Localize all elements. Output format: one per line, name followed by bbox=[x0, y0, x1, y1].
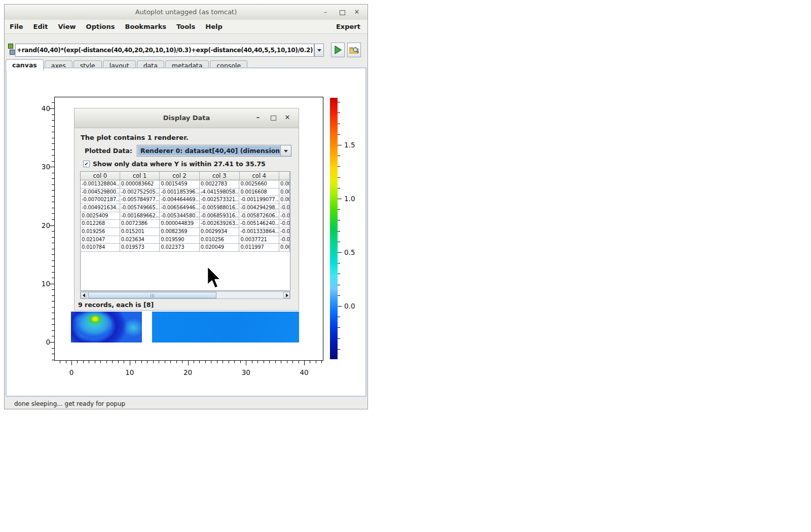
plot-canvas[interactable]: 0102030400102030400.00.51.01.5 Display D… bbox=[6, 67, 366, 397]
table-header-cell[interactable]: col 1 bbox=[120, 172, 160, 180]
expert-mode-toggle[interactable]: Expert bbox=[336, 23, 367, 30]
plot-layer-icon[interactable] bbox=[8, 44, 13, 49]
table-cell[interactable]: 0.010256 bbox=[200, 236, 240, 244]
table-cell[interactable]: -0.005749665... bbox=[120, 204, 160, 212]
close-icon[interactable]: ✕ bbox=[351, 8, 362, 17]
heatmap-right-strip[interactable] bbox=[152, 312, 299, 343]
table-cell[interactable]: -0.001199077... bbox=[239, 196, 279, 204]
plotted-data-dropdown-button[interactable] bbox=[280, 145, 291, 156]
table-cell[interactable]: -0.002573321... bbox=[200, 196, 240, 204]
menu-item-file[interactable]: File bbox=[5, 23, 28, 30]
go-button[interactable] bbox=[331, 43, 345, 57]
table-cell[interactable]: -0.005146240... bbox=[239, 220, 279, 228]
scroll-left-button[interactable] bbox=[81, 292, 87, 298]
table-cell[interactable]: 0.00 bbox=[279, 244, 290, 252]
table-cell[interactable]: -0.001689662... bbox=[120, 212, 160, 220]
table-cell[interactable]: -0.002752505... bbox=[120, 188, 160, 197]
scrollbar-thumb[interactable] bbox=[88, 292, 216, 298]
plotted-data-combobox[interactable]: Renderer 0: dataset[40,40] (dimension... bbox=[137, 145, 291, 157]
table-cell[interactable]: -0.005784977... bbox=[120, 196, 160, 204]
table-cell[interactable]: 0.0016608 bbox=[239, 188, 279, 197]
table-cell[interactable]: -0.0 bbox=[279, 228, 290, 236]
table-cell[interactable]: 0.023634 bbox=[120, 236, 160, 244]
table-cell[interactable]: -0.002639263... bbox=[200, 220, 240, 228]
dialog-titlebar[interactable]: Display Data – ✕ bbox=[75, 108, 299, 128]
table-cell[interactable]: -0.001333864... bbox=[239, 228, 279, 236]
table-cell[interactable]: 0.021047 bbox=[81, 236, 120, 244]
table-cell[interactable]: 0.019256 bbox=[81, 228, 120, 236]
table-cell[interactable]: 0.015201 bbox=[120, 228, 160, 236]
table-row[interactable]: 0.0107840.0195730.0223730.0200490.011997… bbox=[81, 244, 290, 252]
table-cell[interactable]: -0.004921634... bbox=[81, 204, 120, 212]
table-cell[interactable]: -0.007002187... bbox=[81, 196, 120, 204]
table-header-cell[interactable]: col 0 bbox=[81, 172, 120, 180]
filter-checkbox[interactable]: ✔ bbox=[83, 161, 90, 167]
menu-item-options[interactable]: Options bbox=[81, 23, 120, 30]
table-row[interactable]: -0.007002187...-0.005784977...-0.0044644… bbox=[81, 196, 290, 204]
table-cell[interactable]: 0.019573 bbox=[120, 244, 160, 252]
table-cell[interactable]: -0.0 bbox=[279, 204, 290, 212]
table-row[interactable]: -0.004921634...-0.005749665...-0.0065649… bbox=[81, 204, 290, 212]
inspect-uri-button[interactable] bbox=[347, 43, 361, 57]
table-cell[interactable]: 0.012268 bbox=[81, 220, 120, 228]
data-table[interactable]: col 0col 1col 2col 3col 4-0.001328804...… bbox=[80, 171, 290, 291]
horizontal-scrollbar[interactable] bbox=[80, 291, 290, 299]
address-dropdown-button[interactable] bbox=[314, 44, 324, 57]
table-cell[interactable]: -0.005872606... bbox=[239, 212, 279, 220]
dialog-maximize-icon[interactable] bbox=[271, 116, 276, 121]
table-cell[interactable]: 0.0029934 bbox=[200, 228, 240, 236]
tab-canvas[interactable]: canvas bbox=[6, 59, 44, 71]
table-header-cell[interactable] bbox=[279, 172, 290, 180]
table-cell[interactable]: 0.022373 bbox=[160, 244, 200, 252]
table-cell[interactable]: -0.004294298... bbox=[239, 204, 279, 212]
table-cell[interactable]: -0.001185396... bbox=[160, 188, 200, 197]
table-cell[interactable]: -0.005344580... bbox=[160, 212, 200, 220]
menu-item-view[interactable]: View bbox=[53, 23, 81, 30]
table-cell[interactable]: 0.00 bbox=[279, 188, 290, 197]
table-row[interactable]: 0.0025409-0.001689662...-0.005344580...-… bbox=[81, 212, 290, 220]
table-cell[interactable]: 0.020049 bbox=[200, 244, 240, 252]
table-cell[interactable]: -0.006859316... bbox=[200, 212, 240, 220]
table-cell[interactable]: 0.00 bbox=[279, 196, 290, 204]
table-cell[interactable]: 0.0025409 bbox=[81, 212, 120, 220]
table-cell[interactable]: 0.0037721 bbox=[239, 236, 279, 244]
table-cell[interactable]: 0.0025660 bbox=[239, 180, 279, 188]
menu-item-tools[interactable]: Tools bbox=[171, 23, 200, 30]
table-header-cell[interactable]: col 3 bbox=[200, 172, 240, 180]
colorbar[interactable] bbox=[330, 98, 338, 359]
table-cell[interactable]: -0.0 bbox=[279, 236, 290, 244]
table-cell[interactable]: -0.006564946... bbox=[160, 204, 200, 212]
address-input[interactable] bbox=[15, 44, 314, 57]
table-row[interactable]: -0.004529800...-0.002752505...-0.0011853… bbox=[81, 188, 290, 197]
table-cell[interactable]: 0.0015459 bbox=[160, 180, 200, 188]
table-cell[interactable]: -0.0 bbox=[279, 220, 290, 228]
table-cell[interactable]: 0.0082369 bbox=[160, 228, 200, 236]
menu-item-bookmarks[interactable]: Bookmarks bbox=[120, 23, 172, 30]
menu-item-edit[interactable]: Edit bbox=[28, 23, 53, 30]
table-cell[interactable]: 0.011997 bbox=[239, 244, 279, 252]
table-cell[interactable]: -0.001328804... bbox=[81, 180, 120, 188]
table-cell[interactable]: 0.000083662 bbox=[120, 180, 160, 188]
table-cell[interactable]: 0.0072386 bbox=[120, 220, 160, 228]
table-header-cell[interactable]: col 2 bbox=[160, 172, 200, 180]
scroll-right-button[interactable] bbox=[283, 292, 290, 298]
table-row[interactable]: 0.0210470.0236340.0195900.0102560.003772… bbox=[81, 236, 290, 244]
table-cell[interactable]: 0.00 bbox=[279, 180, 290, 188]
table-cell[interactable]: 0.0022783 bbox=[200, 180, 240, 188]
table-row[interactable]: 0.0122680.00723860.000044839-0.002639263… bbox=[81, 220, 290, 228]
table-cell[interactable]: -4.041598058... bbox=[200, 188, 240, 197]
table-header-cell[interactable]: col 4 bbox=[240, 172, 280, 180]
table-cell[interactable]: 0.010784 bbox=[81, 244, 120, 252]
maximize-icon[interactable] bbox=[340, 10, 345, 15]
dialog-minimize-icon[interactable]: – bbox=[252, 112, 264, 123]
table-cell[interactable]: -0.004529800... bbox=[81, 188, 120, 197]
table-cell[interactable]: -0.0 bbox=[279, 212, 290, 220]
heatmap-left-strip[interactable] bbox=[71, 312, 142, 343]
table-cell[interactable]: 0.019590 bbox=[160, 236, 200, 244]
table-row[interactable]: -0.001328804...0.0000836620.00154590.002… bbox=[81, 180, 290, 188]
table-cell[interactable]: 0.000044839 bbox=[160, 220, 200, 228]
dialog-close-icon[interactable]: ✕ bbox=[281, 112, 293, 123]
table-row[interactable]: 0.0192560.0152010.00823690.0029934-0.001… bbox=[81, 228, 290, 236]
data-layer-icon[interactable] bbox=[10, 50, 15, 55]
window-titlebar[interactable]: Autoplot untagged (as tomcat) – ✕ bbox=[5, 5, 367, 20]
